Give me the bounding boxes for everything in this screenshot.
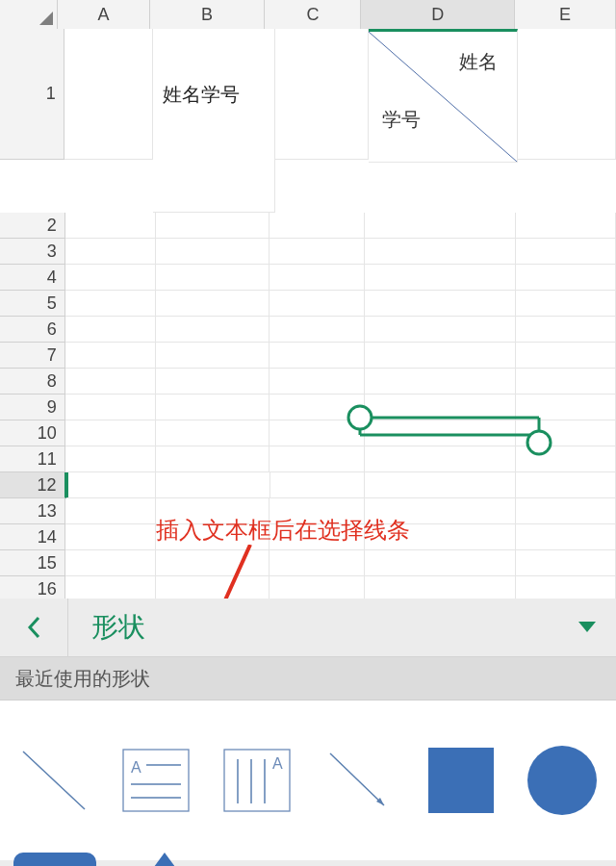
cell[interactable] [270, 420, 365, 446]
row-header-2[interactable]: 2 [0, 213, 65, 239]
cell[interactable] [516, 446, 616, 472]
row-header-10[interactable]: 10 [0, 420, 65, 446]
cell[interactable] [516, 213, 616, 239]
cell[interactable] [516, 265, 616, 291]
cell[interactable] [270, 472, 366, 498]
cell[interactable] [156, 420, 270, 446]
row-header-1[interactable]: 1 [0, 29, 64, 160]
cell[interactable] [156, 395, 270, 420]
panel-back-button[interactable] [0, 599, 68, 656]
cell[interactable] [270, 239, 365, 265]
row-header-9[interactable]: 9 [0, 395, 65, 420]
cell[interactable] [65, 213, 156, 239]
cell[interactable] [156, 213, 270, 239]
cell[interactable] [156, 239, 270, 265]
cell[interactable] [65, 420, 156, 446]
cell[interactable] [156, 317, 270, 343]
cell[interactable] [516, 395, 616, 420]
shape-textbox-vertical[interactable]: A [217, 739, 297, 822]
cell-B1[interactable]: 姓名学号 [153, 29, 275, 213]
cell[interactable] [270, 213, 365, 239]
cell[interactable] [365, 317, 517, 343]
cell[interactable] [65, 265, 156, 291]
shape-textbox-horizontal[interactable]: A [116, 739, 196, 822]
row-header-7[interactable]: 7 [0, 343, 65, 369]
shape-rectangle[interactable] [421, 739, 501, 822]
shape-line[interactable] [13, 739, 94, 822]
row-header-11[interactable]: 11 [0, 446, 65, 472]
svg-line-7 [23, 751, 85, 809]
cell[interactable] [65, 343, 156, 369]
cell[interactable] [365, 213, 517, 239]
cell[interactable] [365, 265, 517, 291]
column-header-B[interactable]: B [150, 0, 266, 30]
cell[interactable] [516, 343, 616, 369]
cell[interactable] [365, 369, 517, 395]
row-header-14[interactable]: 14 [0, 524, 65, 550]
cell[interactable] [365, 343, 517, 369]
cell[interactable] [516, 369, 616, 395]
cell[interactable] [65, 317, 156, 343]
cell-D1-diagonal-header[interactable]: 姓名 学号 [369, 29, 518, 163]
cell[interactable] [516, 317, 616, 343]
cell[interactable] [156, 291, 270, 317]
column-header-E[interactable]: E [515, 0, 616, 30]
cell[interactable] [516, 550, 616, 576]
column-header-D[interactable]: D [361, 0, 515, 31]
cell-A1[interactable] [64, 29, 153, 160]
cell[interactable] [65, 498, 156, 524]
row-header-12[interactable]: 12 [0, 472, 66, 498]
row-header-4[interactable]: 4 [0, 265, 65, 291]
cell-A12-active[interactable] [66, 472, 157, 498]
cell[interactable] [365, 446, 517, 472]
cell[interactable] [270, 343, 365, 369]
cell[interactable] [516, 472, 616, 498]
row-header-6[interactable]: 6 [0, 317, 65, 343]
cell[interactable] [365, 395, 517, 420]
shape-oval[interactable] [522, 739, 603, 822]
cell[interactable] [270, 550, 365, 576]
cell[interactable] [65, 369, 156, 395]
cell[interactable] [516, 524, 616, 550]
cell[interactable] [270, 317, 365, 343]
cell[interactable] [65, 524, 156, 550]
cell[interactable] [516, 239, 616, 265]
cell-E1[interactable] [518, 29, 616, 160]
row-header-15[interactable]: 15 [0, 550, 65, 576]
cell[interactable] [365, 420, 517, 446]
cell[interactable] [516, 420, 616, 446]
cell[interactable] [65, 291, 156, 317]
column-header-A[interactable]: A [58, 0, 149, 30]
cell-C1[interactable] [275, 29, 369, 160]
cell[interactable] [65, 239, 156, 265]
cell[interactable] [156, 343, 270, 369]
cell[interactable] [65, 395, 156, 420]
cell[interactable] [270, 291, 365, 317]
shape-arrow-line[interactable] [319, 739, 399, 822]
cell[interactable] [365, 239, 517, 265]
column-header-C[interactable]: C [265, 0, 361, 30]
row-header-5[interactable]: 5 [0, 291, 65, 317]
cell[interactable] [156, 265, 270, 291]
shape-rounded-rectangle[interactable] [13, 853, 96, 866]
cell[interactable] [516, 291, 616, 317]
cell[interactable] [156, 369, 270, 395]
cell[interactable] [516, 498, 616, 524]
cell[interactable] [270, 395, 365, 420]
row-header-3[interactable]: 3 [0, 239, 65, 265]
row-header-8[interactable]: 8 [0, 369, 65, 395]
cell[interactable] [365, 550, 517, 576]
cell[interactable] [65, 446, 156, 472]
row-header-13[interactable]: 13 [0, 498, 65, 524]
cell[interactable] [270, 369, 365, 395]
shape-triangle[interactable] [141, 853, 189, 866]
panel-dropdown-button[interactable] [558, 622, 616, 633]
cell[interactable] [365, 291, 517, 317]
cell[interactable] [270, 265, 365, 291]
select-all-triangle[interactable] [0, 0, 58, 30]
cell[interactable] [156, 446, 270, 472]
cell[interactable] [365, 472, 516, 498]
cell[interactable] [156, 472, 270, 498]
cell[interactable] [270, 446, 365, 472]
cell[interactable] [65, 550, 156, 576]
